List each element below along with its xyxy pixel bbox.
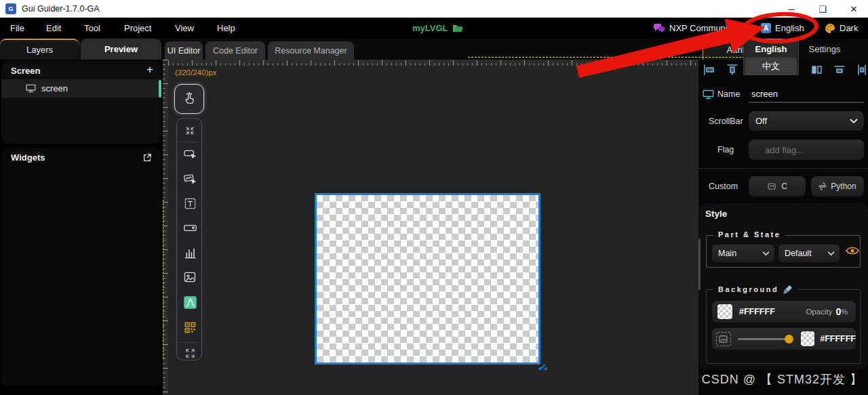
design-canvas[interactable]	[315, 193, 540, 365]
expand-icon	[184, 348, 196, 359]
style-visibility-toggle[interactable]	[845, 245, 860, 256]
menu-view[interactable]: View	[175, 18, 194, 39]
menu-project[interactable]: Project	[124, 18, 151, 39]
monitor-icon	[26, 84, 36, 93]
screen-panel: Screen + screen	[1, 61, 161, 144]
button-widget-button[interactable]	[182, 146, 198, 162]
custom-c-button[interactable]: C	[749, 176, 806, 196]
align-top-icon	[726, 63, 739, 77]
scrollbar-select[interactable]: Off	[749, 111, 864, 131]
bg-image-button[interactable]	[716, 332, 731, 346]
part-state-legend: Part & State	[713, 230, 785, 238]
title-bar: G Gui Guider-1.7.0-GA ─ ❑ ✕	[0, 0, 868, 18]
nxp-community-button[interactable]: NXP Community	[653, 18, 734, 39]
menu-edit[interactable]: Edit	[46, 18, 61, 39]
opacity-label: Opacity	[806, 308, 832, 316]
pointer-tool-icon	[182, 91, 197, 106]
collapse-tool-button[interactable]	[182, 123, 198, 139]
plus-icon: +	[146, 63, 153, 76]
attributes-scrollbar-thumb[interactable]	[698, 238, 701, 290]
menu-help[interactable]: Help	[217, 18, 235, 39]
chart-widget-icon	[184, 247, 197, 259]
tab-layers[interactable]: Layers	[0, 39, 79, 60]
align-right-button[interactable]	[855, 63, 868, 77]
maximize-icon: ❑	[818, 4, 827, 14]
close-button[interactable]: ✕	[842, 0, 865, 18]
image-placeholder-icon	[719, 335, 728, 343]
folder-open-icon	[452, 24, 464, 33]
curve-widget-button[interactable]	[182, 294, 198, 310]
flag-label: Flag	[717, 145, 734, 154]
custom-label: Custom	[709, 182, 738, 191]
gradient-color-swatch[interactable]	[801, 331, 814, 346]
gradient-hex-value: #FFFFFF	[820, 334, 856, 344]
screen-panel-title: Screen	[11, 66, 40, 76]
align-middle-button[interactable]	[833, 63, 846, 77]
menu-bar: File Edit Tool Project View Help myLVGL …	[0, 18, 868, 39]
python-icon	[818, 182, 827, 190]
tab-code-editor[interactable]: Code Editor	[205, 41, 265, 60]
watermark: CSDN @ 【 STM32开发 】	[702, 371, 863, 388]
tab-resource-manager[interactable]: Resource Manager	[268, 41, 354, 60]
align-distribute-icon	[810, 63, 823, 77]
project-name[interactable]: myLVGL	[412, 18, 464, 39]
bg-color-swatch[interactable]	[717, 304, 732, 319]
expand-tool-button[interactable]	[182, 345, 198, 361]
language-dropdown: English 中文	[743, 40, 799, 75]
label-widget-icon	[184, 197, 197, 210]
language-button[interactable]: A English	[761, 18, 804, 39]
gradient-slider[interactable]	[738, 338, 791, 340]
close-icon: ✕	[850, 4, 858, 14]
menu-file[interactable]: File	[10, 18, 24, 39]
name-input[interactable]	[749, 85, 864, 103]
widgets-panel-title: Widgets	[11, 152, 45, 163]
part-select[interactable]: Main	[712, 245, 774, 262]
align-top-button[interactable]	[726, 63, 739, 77]
canvas-resize-handle[interactable]	[538, 361, 547, 371]
pointer-tool-button[interactable]	[174, 84, 204, 114]
canvas-extent-guide	[163, 200, 163, 359]
tab-settings[interactable]: Settings	[791, 39, 859, 60]
image-widget-button[interactable]	[182, 269, 198, 285]
opacity-unit: %	[841, 308, 848, 316]
widgets-popout-button[interactable]	[142, 153, 152, 163]
tab-ui-editor[interactable]: UI Editor	[165, 41, 203, 60]
style-card: Style Part & State Main Default	[698, 203, 868, 370]
brush-icon	[783, 285, 793, 294]
qrcode-widget-icon	[184, 321, 197, 334]
background-legend: Background	[713, 285, 797, 294]
align-distribute-button[interactable]	[810, 63, 823, 77]
menu-tool[interactable]: Tool	[84, 18, 100, 39]
palette-icon	[825, 23, 835, 34]
state-select[interactable]: Default	[778, 245, 840, 262]
minimize-button[interactable]: ─	[780, 0, 803, 18]
qrcode-widget-button[interactable]	[182, 319, 198, 335]
dock-guide-line	[468, 57, 785, 58]
vertical-ruler	[163, 60, 168, 395]
label-widget-button[interactable]	[182, 195, 198, 211]
eye-icon	[845, 245, 860, 256]
chevron-down-icon	[850, 119, 858, 124]
chart-widget-button[interactable]	[182, 245, 198, 261]
button-widget-icon	[183, 147, 197, 161]
image-button-widget-button[interactable]	[182, 171, 198, 187]
align-left-button[interactable]	[703, 63, 716, 77]
dropdown-widget-button[interactable]	[182, 220, 198, 236]
align-middle-icon	[833, 63, 846, 77]
layer-item-screen[interactable]: screen	[1, 79, 160, 98]
maximize-button[interactable]: ❑	[811, 0, 834, 18]
image-widget-icon	[183, 270, 197, 284]
chevron-down-icon	[827, 251, 835, 256]
flag-input[interactable]	[749, 140, 864, 160]
layers-scrollbar-thumb[interactable]	[159, 80, 161, 98]
gui-guider-window: G Gui Guider-1.7.0-GA ─ ❑ ✕ File Edit To…	[0, 0, 868, 395]
bg-color-row: #FFFFFF Opacity 0 %	[712, 301, 856, 323]
custom-python-button[interactable]: Python	[811, 176, 864, 196]
language-option-chinese[interactable]: 中文	[745, 58, 797, 75]
theme-toggle[interactable]: Dark	[825, 18, 858, 39]
chat-icon	[653, 23, 665, 34]
add-screen-button[interactable]: +	[146, 63, 153, 77]
tab-preview[interactable]: Preview	[81, 39, 161, 60]
gradient-slider-knob[interactable]	[785, 335, 793, 344]
language-option-english[interactable]: English	[744, 41, 798, 58]
